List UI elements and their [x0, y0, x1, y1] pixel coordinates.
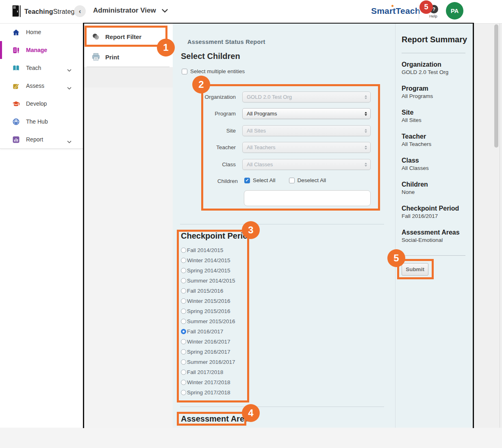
sidebar-item-teach[interactable]: Teach: [0, 59, 83, 77]
manage-icon: [12, 46, 20, 54]
organization-row: Organization GOLD 2.0 Test Org: [173, 91, 395, 102]
smartteach-logo: SmartTeach: [371, 6, 420, 16]
sidebar-item-develop[interactable]: Develop: [0, 95, 83, 113]
radio-icon: [181, 309, 186, 314]
chevron-down-icon: [67, 138, 72, 145]
program-row: Program All Programs: [173, 108, 395, 119]
checkpoint-option[interactable]: Winter 2016/2017: [181, 339, 235, 344]
top-header: TeachingStrategies· ‹ Administrator View…: [0, 0, 502, 24]
teach-icon: [12, 64, 20, 72]
annotation-frame-left: [83, 23, 84, 428]
select-stepper-icon: [365, 112, 367, 116]
summary-field-teacher: Teacher All Teachers: [402, 133, 469, 148]
checkpoint-option[interactable]: Spring 2016/2017: [181, 349, 235, 354]
teacher-row: Teacher All Teachers: [173, 142, 395, 153]
panel-divider: [87, 67, 170, 67]
report-filter-menu-item[interactable]: Report Filter: [84, 29, 177, 44]
teacher-select: All Teachers: [242, 142, 371, 153]
scrollbar-track: [500, 23, 500, 428]
site-select: All Sites: [242, 125, 371, 136]
checkpoint-option[interactable]: Spring 2014/2015: [181, 267, 235, 273]
radio-icon: [181, 278, 186, 283]
select-stepper-icon: [365, 163, 367, 167]
radio-icon: [181, 268, 186, 273]
checkpoint-option-selected[interactable]: Fall 2016/2017: [181, 328, 235, 334]
collapse-sidebar-button[interactable]: ‹: [74, 5, 86, 17]
checkpoint-option[interactable]: Fall 2014/2015: [181, 247, 235, 253]
select-stepper-icon: [365, 146, 367, 150]
select-all-checkbox[interactable]: ✓ Select All: [244, 177, 276, 183]
help-label: Help: [425, 14, 441, 18]
smartteach-dot-icon: [391, 5, 393, 7]
user-avatar[interactable]: PA: [446, 2, 463, 20]
sidebar-nav-card: Home Manage Teach Assess Develop: [0, 23, 83, 149]
sidebar-item-report[interactable]: Report: [0, 130, 83, 148]
sidebar-item-label: Assess: [26, 83, 44, 89]
sidebar-item-assess[interactable]: Assess: [0, 77, 83, 95]
checkbox-icon: [289, 178, 295, 183]
print-menu-item[interactable]: Print: [84, 50, 177, 64]
deselect-all-checkbox[interactable]: Deselect All: [289, 177, 326, 183]
radio-icon: [181, 248, 186, 253]
checkpoint-option[interactable]: Summer 2016/2017: [181, 359, 235, 365]
checkpoint-option[interactable]: Winter 2017/2018: [181, 379, 235, 385]
sidebar-item-label: Develop: [26, 100, 47, 107]
checkpoint-option[interactable]: Winter 2014/2015: [181, 257, 235, 263]
select-multiple-entities-label: Select multiple entities: [190, 68, 245, 74]
checkpoint-option[interactable]: Fall 2017/2018: [181, 369, 235, 375]
radio-icon: [181, 258, 186, 263]
checkpoint-option[interactable]: Summer 2014/2015: [181, 278, 235, 283]
children-list-box[interactable]: [244, 190, 371, 206]
teacher-label: Teacher: [189, 144, 236, 150]
teacher-select-value: All Teachers: [247, 144, 276, 150]
teachingstrategies-logo: TeachingStrategies·: [11, 5, 85, 19]
class-select-value: All Classes: [247, 161, 273, 167]
section-divider: [180, 407, 384, 407]
checkbox-checked-icon: ✓: [244, 178, 250, 183]
help-notification-badge: 5: [419, 0, 433, 14]
page-title: Assessment Status Report: [187, 39, 265, 45]
view-switcher[interactable]: Administrator View: [93, 7, 168, 15]
report-summary-panel: Report Summary Organization GOLD 2.0 Tes…: [396, 23, 473, 428]
sidebar-item-the-hub[interactable]: The Hub: [0, 113, 83, 130]
deselect-all-label: Deselect All: [298, 177, 326, 183]
summary-field-checkpoint-period: Checkpoint Period Fall 2016/2017: [402, 204, 469, 220]
assessment-areas-heading: Assessment Areas: [181, 414, 253, 424]
checkpoint-option[interactable]: Fall 2015/2016: [181, 288, 235, 294]
checkpoint-option[interactable]: Summer 2015/2016: [181, 318, 235, 324]
app-window: TeachingStrategies· ‹ Administrator View…: [0, 0, 502, 448]
organization-label: Organization: [189, 94, 236, 100]
sidebar-item-manage[interactable]: Manage: [0, 41, 83, 59]
checkpoint-option[interactable]: Winter 2015/2016: [181, 298, 235, 304]
select-stepper-icon: [365, 129, 367, 133]
checkpoint-period-heading: Checkpoint Period: [181, 231, 253, 241]
children-label: Children: [189, 178, 238, 184]
checkpoint-option[interactable]: Spring 2015/2016: [181, 308, 235, 314]
submit-button[interactable]: Submit: [402, 263, 428, 276]
class-row: Class All Classes: [173, 159, 395, 170]
program-label: Program: [189, 111, 236, 117]
scrollbar-thumb[interactable]: [494, 24, 498, 148]
assess-icon: [12, 82, 20, 90]
report-tools-footer: [84, 67, 173, 87]
organization-select: GOLD 2.0 Test Org: [242, 91, 371, 102]
primary-sidebar: Home Manage Teach Assess Develop: [0, 23, 83, 428]
checkpoint-option[interactable]: Spring 2017/2018: [181, 389, 235, 395]
sidebar-item-label: Report: [26, 136, 43, 143]
radio-icon: [181, 298, 186, 304]
select-multiple-entities-checkbox[interactable]: Select multiple entities: [182, 68, 245, 74]
sidebar-item-label: Manage: [26, 47, 47, 53]
view-title-label: Administrator View: [93, 7, 156, 15]
program-select-value: All Programs: [247, 111, 277, 117]
header-divider: [419, 5, 419, 20]
sidebar-item-home[interactable]: Home: [0, 23, 83, 41]
select-children-heading: Select Children: [181, 52, 240, 61]
program-select[interactable]: All Programs: [242, 108, 371, 119]
chevron-down-icon: [162, 7, 168, 15]
select-all-label: Select All: [253, 177, 276, 183]
radio-icon: [181, 370, 186, 375]
class-label: Class: [189, 161, 236, 167]
section-divider: [180, 224, 384, 224]
hub-globe-icon: [12, 118, 20, 126]
radio-icon: [181, 288, 186, 294]
